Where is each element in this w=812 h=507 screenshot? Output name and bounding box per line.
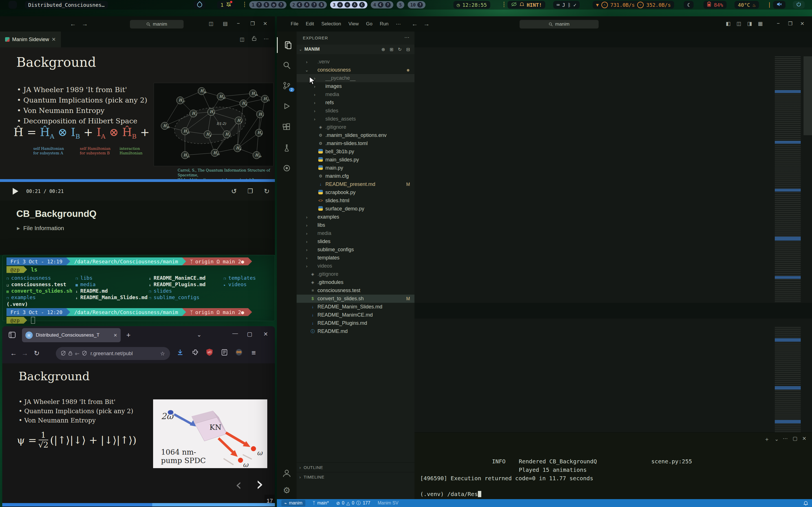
privacy-hint-widget[interactable]: HINT!	[507, 1, 545, 9]
history-back-button[interactable]: ←	[412, 20, 418, 27]
tree-file-slides.html[interactable]: <>slides.html	[297, 196, 414, 205]
menu-go[interactable]: Go	[362, 21, 376, 27]
tree-file-README_ManimCE.md[interactable]: ↓README_ManimCE.md	[297, 311, 414, 319]
menu-selection[interactable]: Selection	[318, 21, 345, 27]
volume-widget[interactable]	[773, 1, 785, 9]
notification-widget[interactable]: 1	[217, 1, 235, 9]
tree-file-README.md[interactable]: ⓘREADME.md	[297, 327, 414, 335]
file-information-toggle[interactable]: ▸File Information	[17, 225, 64, 231]
shield-disabled-icon[interactable]	[61, 351, 66, 356]
command-center-search[interactable]: manim	[130, 20, 184, 29]
water-widget[interactable]	[194, 1, 206, 9]
run-debug-icon[interactable]	[277, 99, 297, 114]
tree-file-bell_3b1b.py[interactable]: bell_3b1b.py	[297, 148, 414, 156]
notifications-bell-icon[interactable]	[804, 501, 808, 506]
ublock-shield-icon[interactable]: uO	[206, 348, 213, 357]
minimize-button[interactable]: —	[232, 330, 238, 337]
close-panel-icon[interactable]: ✕	[802, 436, 806, 442]
reload-button[interactable]: ↻	[34, 349, 40, 357]
search-icon[interactable]	[277, 57, 297, 73]
tree-folder-__pycache__[interactable]: ›__pycache__	[297, 74, 414, 82]
extensions-icon[interactable]	[277, 119, 297, 135]
maximize-panel-icon[interactable]: ▢	[793, 436, 797, 442]
section-manim[interactable]: ⌄ MANIM ⊕ ⊞ ↻ ⊟	[297, 45, 414, 54]
close-tab-icon[interactable]: ✕	[52, 36, 56, 43]
new-folder-icon[interactable]: ⊞	[390, 47, 393, 52]
restore-button[interactable]: ❐	[788, 20, 793, 27]
tree-file-scrapbook.py[interactable]: scrapbook.py	[297, 188, 414, 196]
section-outline[interactable]: › OUTLINE	[297, 462, 414, 472]
code-editor-convert-sh[interactable]	[414, 327, 812, 329]
tree-folder-sublime_configs[interactable]: ›sublime_configs	[297, 245, 414, 254]
menu-view[interactable]: View	[345, 21, 363, 27]
code-editor-main-py[interactable]	[414, 56, 812, 60]
remote-indicator[interactable]: ⌁manim	[282, 500, 305, 506]
forward-button[interactable]: →	[21, 349, 28, 357]
terminal-dropdown-icon[interactable]: ⌄	[774, 436, 779, 442]
more-actions-icon[interactable]: ⋯	[264, 36, 269, 42]
minimize-button[interactable]: −	[237, 20, 240, 26]
source-control-icon[interactable]: 2	[277, 78, 297, 94]
tree-folder-videos[interactable]: ›videos	[297, 262, 414, 270]
loop-icon[interactable]: ↺	[231, 187, 237, 195]
views-more-icon[interactable]: ⋯	[404, 34, 409, 41]
menu-hamburger-icon[interactable]: ≡	[252, 348, 256, 357]
tree-folder-consciousness[interactable]: ⌄consciousness	[297, 66, 414, 74]
extension-icon[interactable]	[192, 349, 199, 357]
account-icon[interactable]	[277, 465, 297, 481]
tree-folder-media[interactable]: ›media	[297, 91, 414, 99]
tree-folder-templates[interactable]: ›templates	[297, 254, 414, 262]
split-editor-icon[interactable]: ◫	[209, 20, 213, 27]
next-slide-chevron[interactable]: ›	[254, 473, 265, 495]
scrollbar[interactable]	[804, 56, 812, 135]
workspace-3[interactable]: 3⊘⊘Λ€	[330, 1, 367, 8]
night-mode-widget[interactable]: ☾	[684, 1, 694, 9]
command-center-search[interactable]: manim	[519, 20, 599, 29]
more-actions-icon[interactable]: ⋯	[783, 436, 788, 442]
tab-list-chevron-icon[interactable]: ⌄	[197, 331, 202, 338]
new-file-icon[interactable]: ⊕	[381, 47, 385, 52]
tree-file-.gitmodules[interactable]: ◈.gitmodules	[297, 278, 414, 286]
active-window-title[interactable]: Distributed_Consciousnes…	[25, 1, 108, 9]
history-back-button[interactable]: ←	[70, 20, 76, 27]
minimize-button[interactable]: −	[777, 20, 780, 26]
section-timeline[interactable]: › TIMELINE	[297, 472, 414, 482]
tree-file-main_slides.py[interactable]: main_slides.py	[297, 156, 414, 164]
new-tab-button[interactable]: +	[126, 331, 131, 339]
breadcrumb[interactable]	[414, 319, 812, 327]
minimap[interactable]	[775, 56, 801, 303]
history-forward-button[interactable]: →	[423, 20, 430, 27]
reload-icon[interactable]: ↻	[264, 187, 269, 195]
tab-sidebar-icon[interactable]	[8, 331, 16, 340]
battery-widget[interactable]: 84%	[703, 1, 726, 9]
temperature-widget[interactable]: 40°C ♨	[734, 1, 759, 9]
tree-folder-refs[interactable]: ›refs	[297, 99, 414, 107]
tree-file-consciousness.test[interactable]: ≡consciousness.test	[297, 286, 414, 295]
settings-gear-icon[interactable]: ⚙	[277, 482, 297, 498]
menu-⋯[interactable]: ⋯	[392, 21, 404, 27]
workspace-4[interactable]: 4€?	[371, 1, 393, 8]
pip-icon[interactable]: ❐	[248, 187, 253, 195]
breadcrumb[interactable]	[414, 47, 812, 56]
tree-folder-images[interactable]: ›images	[297, 82, 414, 91]
shield-crossed-icon[interactable]	[82, 351, 87, 356]
minimap[interactable]	[775, 327, 801, 432]
tree-file-manim.cfg[interactable]: ⚙manim.cfg	[297, 172, 414, 180]
network-speed-widget[interactable]: ▼ ˄ 731.0B/s ˅ 352.0B/s	[593, 1, 674, 9]
tree-folder-.venv[interactable]: ›.venv	[297, 58, 414, 66]
refresh-icon[interactable]: ↻	[398, 47, 402, 52]
bookmark-star-icon[interactable]: ☆	[160, 350, 165, 357]
record-icon[interactable]	[277, 161, 297, 176]
darkreader-icon[interactable]	[235, 348, 243, 357]
close-button[interactable]: ✕	[800, 20, 804, 27]
close-button[interactable]: ✕	[263, 331, 268, 337]
history-forward-button[interactable]: →	[82, 20, 88, 27]
collapse-all-icon[interactable]: ⊟	[406, 47, 410, 52]
tree-folder-media[interactable]: ›media	[297, 229, 414, 237]
downloads-icon[interactable]	[176, 349, 184, 357]
menu-file[interactable]: File	[287, 21, 302, 27]
tree-file-.manim-slides.toml[interactable]: ⚙.manim-slides.toml	[297, 139, 414, 148]
url-text[interactable]: r.greenant.net/publ	[91, 351, 133, 356]
tree-file-README_Plugins.md[interactable]: ↓README_Plugins.md	[297, 319, 414, 327]
app-launcher-icon[interactable]	[8, 1, 17, 9]
